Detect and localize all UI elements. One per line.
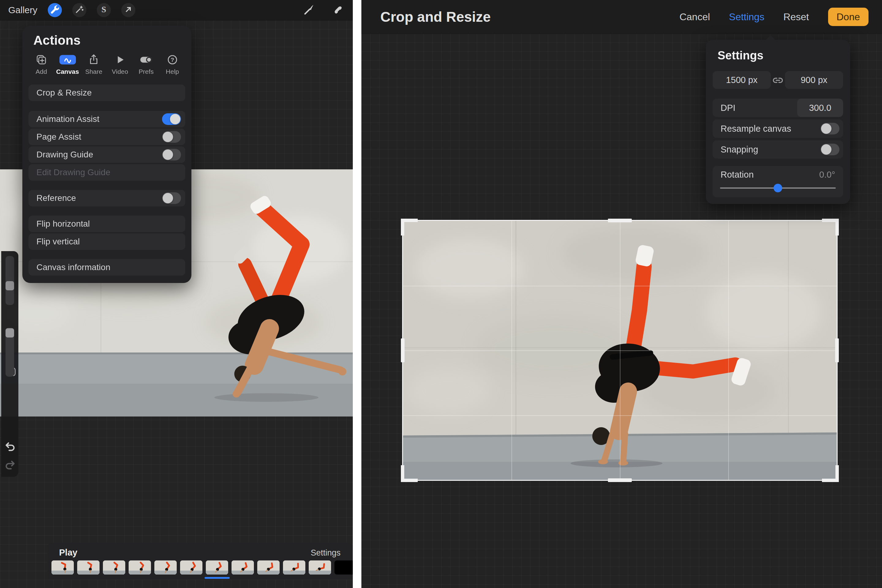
- reference-toggle[interactable]: [162, 192, 181, 204]
- menu-item-flip-vertical[interactable]: Flip vertical: [28, 233, 185, 250]
- timeline-frame[interactable]: [231, 560, 254, 574]
- left-panel: Gallery S: [0, 0, 353, 588]
- menu-item-flip-horizontal[interactable]: Flip horizontal: [28, 216, 185, 232]
- menu-item-reference[interactable]: Reference: [28, 190, 185, 206]
- selected-frame-indicator: [205, 577, 230, 579]
- reset-button[interactable]: Reset: [783, 11, 809, 22]
- video-play-icon: [110, 52, 130, 67]
- menu-item-animation-assist[interactable]: Animation Assist: [28, 111, 185, 128]
- crop-handle-right[interactable]: [835, 338, 839, 362]
- animation-timeline: Play Settings: [48, 543, 353, 580]
- tab-add[interactable]: Add: [30, 52, 52, 75]
- crop-settings-panel: Settings 1500 px 900 px DPI 300.0 Resamp…: [706, 40, 850, 204]
- menu-item-crop-resize[interactable]: Crop & Resize: [28, 84, 185, 101]
- smudge-button[interactable]: [331, 3, 345, 17]
- panel-divider: [353, 0, 362, 588]
- timeline-frame[interactable]: [103, 560, 125, 574]
- timeline-frame[interactable]: [129, 560, 151, 574]
- redo-button[interactable]: [3, 459, 17, 473]
- share-icon: [84, 52, 104, 67]
- paint-brush-button[interactable]: [302, 3, 315, 17]
- brush-size-slider-handle[interactable]: [6, 281, 14, 290]
- timeline-frame[interactable]: [154, 560, 177, 574]
- crop-handle-top[interactable]: [608, 219, 632, 222]
- rotation-slider-thumb[interactable]: [774, 184, 782, 192]
- crop-handle-bottom-right[interactable]: [822, 465, 839, 482]
- actions-wrench-button[interactable]: [48, 3, 62, 17]
- tab-help[interactable]: ? Help: [161, 52, 183, 75]
- crop-gridline-horizontal: [403, 286, 837, 286]
- animation-assist-toggle[interactable]: [162, 113, 181, 125]
- redo-icon: [4, 459, 16, 473]
- procreate-app: Gallery S: [0, 0, 882, 588]
- crop-handle-left[interactable]: [401, 338, 405, 362]
- svg-text:?: ?: [171, 57, 174, 63]
- undo-icon: [4, 440, 16, 454]
- cancel-button[interactable]: Cancel: [680, 11, 710, 22]
- add-icon: [32, 52, 51, 67]
- rotation-value: 0.0°: [819, 170, 835, 180]
- width-field[interactable]: 1500 px: [712, 71, 771, 89]
- transform-arrow-icon: [123, 4, 134, 16]
- menu-item-canvas-information[interactable]: Canvas information: [28, 259, 185, 276]
- left-toolbar: Gallery S: [0, 0, 353, 21]
- right-panel: Crop and Resize Cancel Settings Reset Do…: [362, 0, 882, 588]
- page-title: Crop and Resize: [380, 9, 490, 25]
- settings-button[interactable]: Settings: [729, 11, 764, 22]
- crop-overlay[interactable]: [402, 220, 838, 481]
- transform-button[interactable]: [121, 3, 135, 17]
- crop-handle-top-right[interactable]: [822, 219, 839, 236]
- menu-item-drawing-guide[interactable]: Drawing Guide: [28, 146, 185, 163]
- tab-canvas[interactable]: Canvas: [57, 52, 79, 75]
- crop-header: Crop and Resize Cancel Settings Reset Do…: [362, 0, 882, 34]
- timeline-frame[interactable]: [206, 560, 228, 574]
- brush-size-slider[interactable]: [6, 256, 14, 305]
- tab-prefs[interactable]: Prefs: [135, 52, 157, 75]
- tab-share[interactable]: Share: [82, 52, 105, 75]
- timeline-frame[interactable]: [51, 560, 74, 574]
- timeline-frame-blank[interactable]: [334, 560, 353, 574]
- actions-popup: Actions Add Canvas: [22, 26, 191, 283]
- smudge-finger-icon: [332, 3, 344, 17]
- crop-handle-bottom[interactable]: [608, 478, 632, 482]
- actions-title: Actions: [33, 33, 81, 48]
- timeline-frame[interactable]: [180, 560, 202, 574]
- canvas-icon: [58, 52, 78, 67]
- selection-s-icon: S: [99, 4, 109, 16]
- rotation-row: Rotation 0.0°: [712, 166, 843, 197]
- menu-item-edit-drawing-guide: Edit Drawing Guide: [28, 164, 185, 181]
- page-assist-toggle[interactable]: [162, 131, 181, 143]
- help-icon: ?: [163, 52, 182, 67]
- actions-tabs: Add Canvas Share: [30, 52, 183, 75]
- side-toolbar: [1, 251, 18, 477]
- menu-item-page-assist[interactable]: Page Assist: [28, 129, 185, 145]
- adjustments-button[interactable]: [72, 3, 86, 17]
- dpi-row: DPI 300.0: [712, 99, 843, 117]
- resample-row: Resample canvas: [712, 119, 843, 138]
- svg-text:S: S: [101, 4, 106, 14]
- tab-video[interactable]: Video: [109, 52, 131, 75]
- crop-handle-bottom-left[interactable]: [401, 465, 418, 482]
- timeline-frame[interactable]: [309, 560, 331, 574]
- gallery-button[interactable]: Gallery: [8, 5, 38, 15]
- timeline-settings-button[interactable]: Settings: [310, 548, 340, 558]
- undo-button[interactable]: [3, 440, 17, 454]
- timeline-frame[interactable]: [77, 560, 99, 574]
- done-button[interactable]: Done: [828, 8, 869, 26]
- drawing-guide-toggle[interactable]: [162, 149, 181, 160]
- timeline-frame[interactable]: [257, 560, 280, 574]
- resample-canvas-toggle[interactable]: [820, 123, 839, 135]
- wrench-icon: [50, 4, 60, 16]
- height-field[interactable]: 900 px: [785, 71, 843, 89]
- play-button[interactable]: Play: [59, 548, 78, 558]
- link-icon[interactable]: [771, 75, 785, 85]
- magic-wand-icon: [74, 4, 84, 16]
- frame-strip: [51, 560, 353, 574]
- dpi-field[interactable]: 300.0: [797, 99, 843, 117]
- snapping-toggle[interactable]: [820, 144, 839, 155]
- crop-gridline-horizontal: [403, 350, 837, 351]
- crop-handle-top-left[interactable]: [401, 219, 418, 236]
- selection-button[interactable]: S: [97, 3, 111, 17]
- timeline-frame[interactable]: [283, 560, 305, 574]
- opacity-slider-handle[interactable]: [6, 328, 14, 338]
